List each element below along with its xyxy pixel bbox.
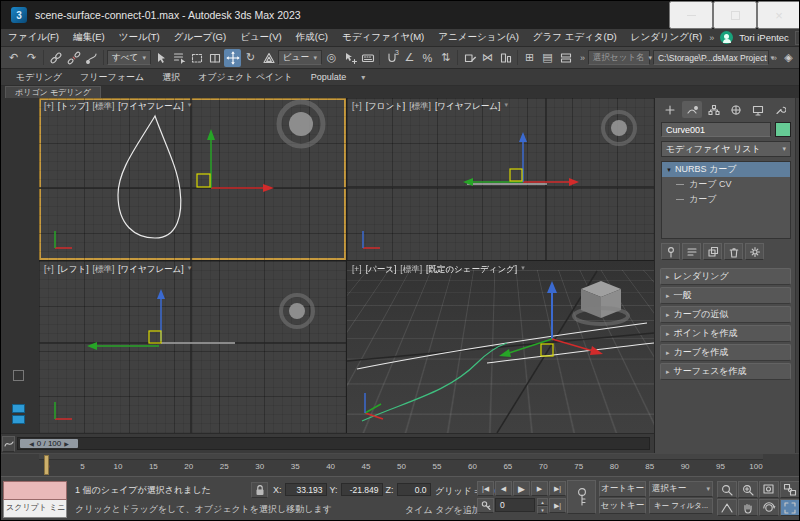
next-frame-button[interactable]: ▶: [531, 481, 548, 496]
make-unique-button[interactable]: [703, 243, 722, 260]
play-button[interactable]: ▶: [513, 481, 530, 496]
orbit-button[interactable]: [759, 499, 779, 516]
rollout-header[interactable]: ▸一般: [660, 287, 791, 304]
auto-key-button[interactable]: オートキー: [599, 481, 646, 497]
menu-item[interactable]: グラフ エディタ(D): [526, 31, 624, 44]
ribbon-tab[interactable]: フリーフォーム: [71, 71, 153, 84]
selection-filter-dropdown[interactable]: すべて▾: [107, 50, 151, 65]
modifier-stack-item[interactable]: ▼NURBS カーブ: [662, 162, 790, 177]
go-to-start-button[interactable]: |◀: [477, 481, 494, 496]
maximize-button[interactable]: [713, 1, 757, 29]
x-coordinate-field[interactable]: 33.193: [285, 483, 327, 496]
bind-to-spacewarp-button[interactable]: [83, 49, 100, 67]
polygon-modeling-tab[interactable]: ポリゴン モデリング: [5, 86, 101, 98]
viewport-shading-label[interactable]: [ワイヤフレーム]: [435, 101, 500, 113]
layer-explorer-button[interactable]: ▤: [539, 49, 556, 67]
time-slider-track[interactable]: ◀ 0 / 100 ▶: [17, 437, 650, 450]
track-bar[interactable]: 0510152025303540455055606570758085909510…: [1, 453, 800, 476]
zoom-extents-button[interactable]: [759, 481, 779, 498]
select-by-name-button[interactable]: [170, 49, 187, 67]
maximize-viewport-toggle[interactable]: [780, 499, 800, 516]
z-coordinate-field[interactable]: 0.0: [397, 483, 431, 496]
viewport-pov-label[interactable]: [パース]: [366, 264, 397, 276]
redo-button[interactable]: ↷: [23, 49, 40, 67]
menu-item[interactable]: ファイル(F): [1, 31, 66, 44]
current-frame-field[interactable]: 0: [495, 498, 535, 512]
percent-snap-button[interactable]: %: [419, 49, 436, 67]
object-color-swatch[interactable]: [775, 122, 791, 137]
maxscript-macro-line[interactable]: [3, 481, 67, 500]
spinner-snap-button[interactable]: ⇅: [437, 49, 454, 67]
select-and-manipulate-button[interactable]: [341, 49, 358, 67]
create-tab[interactable]: [660, 101, 680, 118]
motion-tab[interactable]: [726, 101, 746, 118]
configure-modifier-sets-button[interactable]: [745, 243, 764, 260]
toolbar-overflow-icon[interactable]: »: [772, 53, 777, 63]
select-and-rotate-button[interactable]: ↻: [242, 49, 259, 67]
viewport-standard-label[interactable]: [標準]: [93, 264, 115, 276]
frame-back-icon[interactable]: ◀: [29, 440, 34, 447]
object-name-field[interactable]: Curve001: [661, 122, 771, 137]
modifier-stack-item[interactable]: カーブ CV: [662, 177, 790, 192]
rollout-header[interactable]: ▸レンダリング: [660, 268, 791, 285]
ribbon-tab[interactable]: Populate: [302, 72, 356, 82]
curve-editor-button[interactable]: ∿: [575, 49, 577, 67]
menu-item[interactable]: ツール(T): [112, 31, 167, 44]
select-object-button[interactable]: [152, 49, 169, 67]
workspace-dropdown[interactable]: ワークスペース: 既定値 ▾: [795, 31, 800, 45]
ribbon-tab[interactable]: 選択: [153, 71, 189, 84]
show-end-result-button[interactable]: [682, 243, 701, 260]
menu-item[interactable]: モディファイヤ(M): [335, 31, 431, 44]
remove-modifier-button[interactable]: [724, 243, 743, 260]
viewport-top[interactable]: [+] [トップ] [標準] [ワイヤフレーム] ▾: [39, 98, 346, 260]
display-tab[interactable]: [748, 101, 768, 118]
modifier-stack-item[interactable]: カーブ: [662, 192, 790, 207]
add-time-tag[interactable]: タイム タグを追加: [405, 504, 481, 517]
utilities-tab[interactable]: [770, 101, 790, 118]
dock-handle-icon[interactable]: [13, 370, 24, 381]
viewport-shading-label[interactable]: [ワイヤフレーム]: [118, 101, 183, 113]
selection-lock-toggle[interactable]: [251, 482, 268, 498]
rollout-header[interactable]: ▸ポイントを作成: [660, 325, 791, 342]
keyboard-override-button[interactable]: [359, 49, 376, 67]
ribbon-tab[interactable]: モデリング: [7, 71, 71, 84]
key-mode-toggle-button[interactable]: [477, 498, 494, 513]
menu-item[interactable]: レンダリング(R): [624, 31, 710, 44]
select-and-link-button[interactable]: [47, 49, 64, 67]
zoom-extents-all-button[interactable]: [780, 481, 800, 498]
maxscript-mini-listener[interactable]: スクリプト ミニ リス: [3, 481, 67, 518]
zoom-all-button[interactable]: [738, 481, 758, 498]
render-production-button[interactable]: ◈: [780, 49, 797, 67]
close-button[interactable]: ×: [757, 1, 800, 29]
selection-region-button[interactable]: [188, 49, 205, 67]
zoom-button[interactable]: [717, 481, 737, 498]
modifier-list-dropdown[interactable]: モディファイヤ リスト ▾: [661, 141, 791, 157]
track-bar-key-lane[interactable]: [39, 454, 763, 460]
unlink-selection-button[interactable]: [65, 49, 82, 67]
menu-item[interactable]: 編集(E): [66, 31, 112, 44]
viewport-standard-label[interactable]: [標準]: [409, 101, 431, 113]
minimize-button[interactable]: [669, 1, 713, 29]
window-crossing-button[interactable]: [206, 49, 223, 67]
menu-item[interactable]: 作成(C): [289, 31, 335, 44]
undo-button[interactable]: ↶: [5, 49, 22, 67]
set-key-button[interactable]: セットキー: [599, 498, 646, 514]
time-slider-handle[interactable]: ◀ 0 / 100 ▶: [20, 439, 78, 448]
user-avatar-icon[interactable]: [720, 31, 733, 44]
key-filters-button[interactable]: キー フィルタ...: [649, 498, 713, 514]
modifier-stack[interactable]: ▼NURBS カーブカーブ CVカーブ: [661, 161, 791, 239]
edit-named-selections-button[interactable]: [461, 49, 478, 67]
reference-coordinate-dropdown[interactable]: ビュー▾: [278, 50, 322, 65]
align-button[interactable]: [497, 49, 514, 67]
previous-frame-button[interactable]: ◀: [495, 481, 512, 496]
go-to-end-button[interactable]: ▶|: [549, 481, 566, 496]
select-and-scale-button[interactable]: [260, 49, 277, 67]
viewport-shading-label[interactable]: [ワイヤフレーム]: [118, 264, 183, 276]
ribbon-chevron-down-icon[interactable]: ▾: [355, 73, 371, 82]
rollout-header[interactable]: ▸サーフェスを作成: [660, 363, 791, 380]
named-selection-dropdown[interactable]: 選択セット名▾: [588, 50, 650, 65]
ribbon-tab[interactable]: オブジェクト ペイント: [189, 71, 302, 84]
project-folder-dropdown[interactable]: C:\Storage\P...dsMax Project▾: [653, 50, 769, 65]
viewport-standard-label[interactable]: [標準]: [400, 264, 422, 276]
viewport-perspective[interactable]: [+] [パース] [標準] [既定のシェーディング] ▾: [347, 261, 654, 433]
